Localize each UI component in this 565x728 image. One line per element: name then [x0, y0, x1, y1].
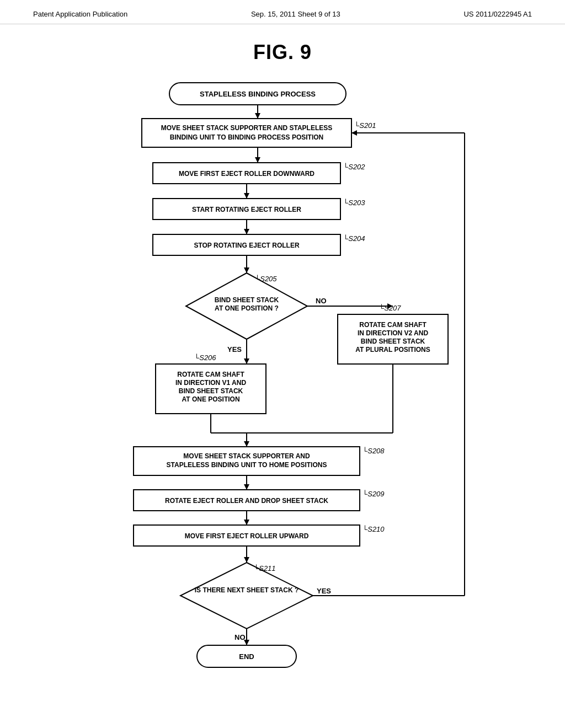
- svg-text:YES: YES: [317, 587, 331, 595]
- svg-marker-69: [180, 563, 313, 629]
- flowchart-svg: STAPLELESS BINDING PROCESS MOVE SHEET ST…: [67, 77, 498, 684]
- svg-text:MOVE FIRST EJECT ROLLER UPWARD: MOVE FIRST EJECT ROLLER UPWARD: [185, 532, 309, 540]
- svg-text:BIND SHEET STACK: BIND SHEET STACK: [361, 338, 425, 345]
- svg-text:└S204: └S204: [343, 234, 365, 243]
- svg-text:BIND SHEET STACK: BIND SHEET STACK: [215, 296, 279, 304]
- svg-text:START ROTATING EJECT ROLLER: START ROTATING EJECT ROLLER: [192, 206, 301, 213]
- header-right: US 2011/0222945 A1: [463, 10, 532, 18]
- svg-text:MOVE FIRST EJECT ROLLER DOWNWA: MOVE FIRST EJECT ROLLER DOWNWARD: [179, 170, 315, 178]
- svg-marker-32: [244, 358, 249, 364]
- svg-text:└S211: └S211: [254, 564, 276, 572]
- svg-marker-68: [244, 557, 249, 563]
- svg-text:AT ONE POSITION ?: AT ONE POSITION ?: [215, 304, 279, 312]
- svg-marker-3: [255, 113, 260, 119]
- figure-title: FIG. 9: [253, 41, 312, 64]
- svg-text:AT PLURAL POSITIONS: AT PLURAL POSITIONS: [355, 346, 430, 354]
- svg-marker-58: [244, 484, 249, 490]
- svg-text:└S207: └S207: [379, 304, 401, 312]
- svg-text:└S210: └S210: [363, 525, 385, 533]
- svg-text:ROTATE EJECT ROLLER AND DROP S: ROTATE EJECT ROLLER AND DROP SHEET STACK: [165, 497, 328, 505]
- svg-marker-14: [244, 193, 249, 199]
- svg-text:└S201: └S201: [354, 121, 376, 130]
- diagram-container: FIG. 9 STAPLELESS BINDING PROCESS MOVE S…: [0, 24, 565, 700]
- svg-text:IS THERE NEXT SHEET STACK ?: IS THERE NEXT SHEET STACK ?: [195, 586, 299, 594]
- svg-text:└S203: └S203: [343, 199, 365, 207]
- svg-text:└S202: └S202: [343, 163, 365, 171]
- svg-text:STAPLELESS BINDING PROCESS: STAPLELESS BINDING PROCESS: [200, 90, 316, 98]
- page-header: Patent Application Publication Sep. 15, …: [0, 0, 565, 24]
- svg-text:MOVE SHEET STACK SUPPORTER AND: MOVE SHEET STACK SUPPORTER AND STAPLELES…: [161, 124, 332, 132]
- header-middle: Sep. 15, 2011 Sheet 9 of 13: [251, 10, 340, 18]
- svg-text:IN DIRECTION V2 AND: IN DIRECTION V2 AND: [358, 329, 429, 337]
- svg-marker-19: [244, 229, 249, 234]
- svg-text:└S205: └S205: [255, 275, 277, 283]
- svg-text:BINDING UNIT TO BINDING PROCES: BINDING UNIT TO BINDING PROCESS POSITION: [170, 133, 323, 141]
- svg-text:STOP ROTATING EJECT ROLLER: STOP ROTATING EJECT ROLLER: [194, 242, 299, 249]
- svg-marker-9: [255, 157, 260, 163]
- header-left: Patent Application Publication: [33, 10, 127, 18]
- svg-marker-63: [244, 520, 249, 525]
- svg-text:ROTATE CAM SHAFT: ROTATE CAM SHAFT: [359, 321, 427, 329]
- svg-text:YES: YES: [227, 345, 242, 354]
- svg-text:└S208: └S208: [363, 447, 385, 455]
- svg-text:STAPLELESS BINDING UNIT TO HOM: STAPLELESS BINDING UNIT TO HOME POSITION…: [167, 461, 327, 469]
- svg-text:NO: NO: [316, 297, 327, 305]
- svg-text:MOVE SHEET STACK SUPPORTER AND: MOVE SHEET STACK SUPPORTER AND: [183, 452, 310, 460]
- svg-marker-79: [244, 640, 249, 645]
- svg-text:└S209: └S209: [363, 490, 385, 498]
- svg-rect-4: [142, 119, 351, 147]
- svg-text:IN DIRECTION V1 AND: IN DIRECTION V1 AND: [175, 379, 247, 387]
- svg-marker-52: [244, 441, 249, 447]
- svg-text:AT ONE POSITION: AT ONE POSITION: [182, 395, 239, 403]
- svg-text:ROTATE CAM SHAFT: ROTATE CAM SHAFT: [177, 371, 244, 378]
- svg-marker-24: [244, 267, 249, 273]
- svg-marker-76: [351, 130, 357, 136]
- svg-text:BIND SHEET STACK: BIND SHEET STACK: [179, 387, 243, 395]
- svg-text:└S206: └S206: [194, 354, 216, 362]
- svg-text:END: END: [239, 652, 254, 661]
- svg-text:NO: NO: [234, 633, 246, 641]
